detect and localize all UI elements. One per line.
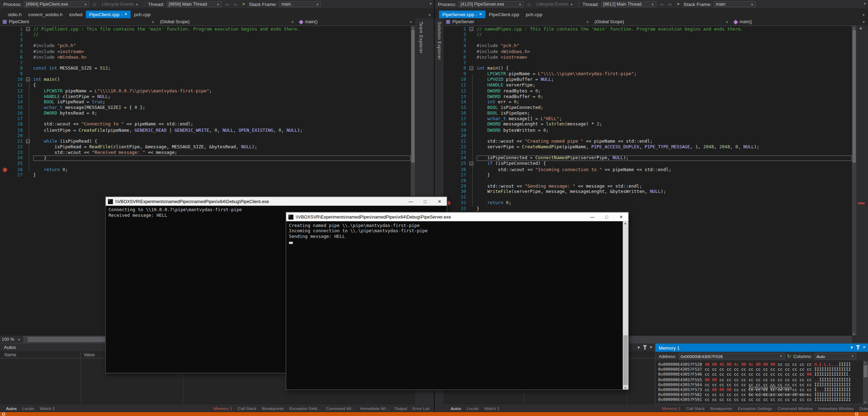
columns-dropdown[interactable]: Auto▼ <box>814 353 856 360</box>
fold-margin[interactable] <box>24 66 33 71</box>
panel-tab[interactable]: Call Stack <box>683 406 708 411</box>
close-button[interactable]: ✕ <box>432 199 447 204</box>
resume-thread-icon[interactable]: ▭ <box>232 1 238 7</box>
scroll-down-icon[interactable]: ▼ <box>853 332 855 336</box>
fold-margin[interactable] <box>468 206 477 212</box>
toolbar-overflow-icon[interactable]: ▼ <box>429 2 432 5</box>
scope-dropdown[interactable]: (Global Scope) ▼ <box>592 18 732 25</box>
breakpoint-margin[interactable] <box>443 105 453 111</box>
fold-margin[interactable]: − <box>468 66 477 71</box>
fold-margin[interactable] <box>468 38 477 44</box>
memory-grid[interactable]: 0x000000E43057F52848 00 45 00 4c 00 4c 0… <box>656 361 863 404</box>
breakpoint-margin[interactable] <box>443 71 453 77</box>
breakpoint-margin[interactable] <box>443 189 453 195</box>
panel-tab[interactable]: Immediate Wi... <box>357 406 392 411</box>
breakpoint-margin[interactable] <box>443 77 453 83</box>
fold-collapse-icon[interactable]: − <box>470 66 473 70</box>
panel-tab[interactable]: Memory 1 <box>659 406 683 411</box>
lifecycle-events-dropdown[interactable]: Lifecycle Events▼ <box>534 1 575 7</box>
document-tab[interactable]: PipeServer.cpp◦✕ <box>439 11 485 18</box>
panel-tab[interactable]: Command Window <box>775 406 815 411</box>
breakpoint-margin[interactable] <box>0 88 10 94</box>
panel-tab[interactable]: Locals <box>464 406 481 411</box>
breakpoint-margin[interactable] <box>0 150 10 156</box>
toolbar-overflow-icon[interactable]: ▼ <box>863 2 866 5</box>
project-dropdown[interactable]: PipeServer ▼ <box>443 18 592 25</box>
fold-collapse-icon[interactable]: − <box>26 78 30 82</box>
fold-margin[interactable] <box>24 54 33 60</box>
breakpoint-margin[interactable] <box>443 139 453 144</box>
zoom-control[interactable]: 100 %▼ <box>0 336 22 343</box>
scrollbar-thumb[interactable] <box>853 30 856 163</box>
panel-tab[interactable]: Output <box>856 406 868 411</box>
project-dropdown[interactable]: PipeClient ▼ <box>0 18 157 25</box>
panel-tab[interactable]: Breakpoints <box>708 406 735 411</box>
scroll-up-icon[interactable]: ▲ <box>863 361 866 364</box>
name-column-header[interactable]: Name <box>0 352 80 357</box>
thread-dropdown[interactable]: [9656] Main Thread▼ <box>166 1 222 7</box>
process-dropdown[interactable]: [4984] PipeClient.exe▼ <box>24 1 89 7</box>
breakpoint-margin[interactable] <box>443 94 453 99</box>
resume-thread-icon[interactable]: ▭ <box>667 1 673 7</box>
breakpoint-margin[interactable] <box>443 111 453 116</box>
maximize-button[interactable]: □ <box>418 199 432 204</box>
document-tab[interactable]: iosfwd <box>66 11 86 18</box>
memory-scrollbar[interactable]: ▲ ▼ <box>863 361 868 404</box>
close-tab-icon[interactable]: ✕ <box>124 12 127 17</box>
panel-tab[interactable]: Immediate Window <box>816 406 856 411</box>
tab-list-icon[interactable]: ▼ <box>862 13 865 17</box>
breakpoint-margin[interactable] <box>443 83 453 88</box>
solution-explorer-tab[interactable]: Solution Explorer <box>437 21 442 60</box>
scroll-up-icon[interactable]: ▲ <box>853 26 855 29</box>
breakpoint-icon[interactable] <box>3 167 7 172</box>
breakpoint-margin[interactable] <box>0 27 10 32</box>
pin-icon[interactable] <box>856 345 860 350</box>
document-tab[interactable]: PipeClient.cpp◦✕ <box>86 11 131 18</box>
breakpoint-margin[interactable] <box>443 150 453 156</box>
breakpoint-margin[interactable] <box>443 178 453 184</box>
document-tab[interactable]: pch.cpp <box>131 11 154 18</box>
stack-frame-dropdown[interactable]: main▼ <box>279 1 321 7</box>
close-icon[interactable]: ✕ <box>649 345 652 350</box>
panel-tab[interactable]: Autos <box>3 406 19 411</box>
breakpoint-margin[interactable] <box>443 161 453 167</box>
breakpoint-margin[interactable] <box>443 54 453 60</box>
lifecycle-events-dropdown[interactable]: Lifecycle Events▼ <box>100 1 141 7</box>
pin-tab-icon[interactable]: ◦ <box>476 12 477 16</box>
panel-tab[interactable]: Command Wi... <box>323 406 357 411</box>
breakpoint-margin[interactable] <box>0 66 10 71</box>
panel-tab[interactable]: Exception Setti... <box>287 406 323 411</box>
breakpoint-margin[interactable] <box>0 128 10 133</box>
scroll-up-icon[interactable]: ▲ <box>411 26 414 29</box>
breakpoint-margin[interactable] <box>443 173 453 178</box>
panel-tab[interactable]: Watch 1 <box>37 406 58 411</box>
fold-margin[interactable] <box>468 60 477 66</box>
window-position-icon[interactable]: ▼ <box>637 345 640 349</box>
breakpoint-margin[interactable] <box>443 144 453 150</box>
document-tab[interactable]: stdio.h <box>5 11 25 18</box>
breakpoint-margin[interactable] <box>0 83 10 88</box>
breakpoint-margin[interactable] <box>443 38 453 44</box>
breakpoint-margin[interactable] <box>0 94 10 99</box>
scrollbar-thumb[interactable] <box>863 365 867 377</box>
breakpoint-margin[interactable] <box>443 32 453 38</box>
breakpoint-margin[interactable] <box>0 156 10 161</box>
console-titlebar[interactable]: \\VBOXSVR\Experiments\namedPipes\namedPi… <box>106 197 447 206</box>
fold-margin[interactable] <box>24 49 33 54</box>
breakpoint-margin[interactable] <box>0 161 10 167</box>
fold-margin[interactable] <box>24 43 33 49</box>
scroll-down-icon[interactable]: ▼ <box>624 386 627 389</box>
pipeserver-console-window[interactable]: \\VBOXSVR\Experiments\namedPipes\namedPi… <box>286 212 629 390</box>
fold-margin[interactable] <box>468 49 477 54</box>
breakpoint-margin[interactable] <box>0 116 10 122</box>
breakpoint-margin[interactable] <box>0 32 10 38</box>
maximize-button[interactable]: □ <box>600 214 614 219</box>
breakpoint-margin[interactable] <box>0 54 10 60</box>
process-dropdown[interactable]: [4120] PipeServer.exe▼ <box>458 1 524 7</box>
breakpoint-margin[interactable] <box>443 156 453 161</box>
team-explorer-tab[interactable]: Team Explorer <box>419 21 423 53</box>
scroll-up-icon[interactable]: ▲ <box>624 221 627 225</box>
fold-margin[interactable] <box>24 173 33 178</box>
panel-tab[interactable]: Error List <box>410 406 432 411</box>
fold-margin[interactable] <box>468 43 477 49</box>
